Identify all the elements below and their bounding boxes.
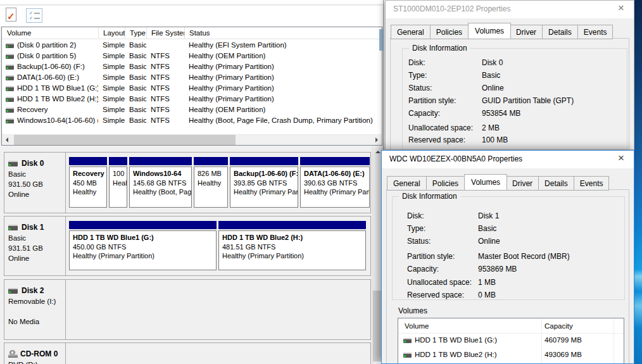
partition-strip-empty[interactable] [66, 343, 370, 364]
table-row[interactable]: (Disk 0 partition 5) Simple Basic NTFS H… [2, 51, 382, 61]
col-header-filesystem[interactable]: File System [146, 27, 184, 39]
window-top-strip [0, 0, 383, 5]
tab-policies[interactable]: Policies [431, 25, 469, 39]
disk2-label[interactable]: Disk 2 Removable (I:) No Media [4, 280, 66, 339]
cell-fs: NTFS [146, 104, 184, 115]
scroll-right-button[interactable] [370, 135, 381, 145]
cdrom0-label[interactable]: CD-ROM 0 DVD (D:) [4, 343, 66, 364]
partition-efi[interactable]: 100 MBHealthy [109, 157, 127, 208]
check-glyph: ✓ [7, 11, 15, 22]
volume-list-panel: Volume Layout Type File System Status (D… [1, 27, 382, 146]
cell-volume: Windows10-64(1-06-60) (C:) [2, 115, 98, 126]
tab-details[interactable]: Details [543, 25, 578, 39]
col-header-volume[interactable]: Volume [2, 27, 98, 39]
partition-oem[interactable]: 826 MBHealthy [194, 157, 228, 208]
dialog-titlebar[interactable]: WDC WD10EZEX-00BN5A0 Properties × [382, 151, 634, 168]
col-header-type[interactable]: Type [125, 27, 146, 39]
disk-row-cdrom0: CD-ROM 0 DVD (D:) [4, 342, 371, 364]
col-header-layout[interactable]: Layout [98, 27, 125, 39]
partition-strip-empty[interactable] [66, 280, 370, 339]
table-row[interactable]: Windows10-64(1-06-60) (C:) Simple Basic … [2, 115, 382, 126]
scrollbar-thumb[interactable] [14, 135, 236, 145]
table-row[interactable]: HDD 1 TB WD Blue1 (G:) Simple Basic NTFS… [2, 83, 382, 94]
drive-icon [6, 86, 14, 91]
cell-status: Healthy (OEM Partition) [184, 51, 382, 61]
tab-events[interactable]: Events [574, 176, 610, 191]
partition-windows[interactable]: Windows10-64145.68 GB NTFSHealthy (Boot,… [129, 157, 192, 208]
table-row[interactable]: HDD 1 TB WD Blue2 (H:) 493069 MB [398, 348, 624, 363]
cell-layout: Simple [98, 94, 125, 104]
field-partition-style: Partition style:Master Boot Record (MBR) [407, 252, 622, 261]
table-row[interactable]: HDD 1 TB WD Blue2 (H:) Simple Basic NTFS… [2, 94, 382, 104]
partition-color-bar [300, 157, 370, 165]
drive-icon [6, 108, 14, 113]
col-header-status[interactable]: Status [184, 27, 382, 39]
toolbar: ✓ ✓ ✓ [0, 6, 383, 27]
tab-general[interactable]: General [387, 176, 427, 191]
drive-icon [6, 65, 14, 70]
table-row[interactable]: HDD 1 TB WD Blue1 (G:) 460799 MB [398, 334, 624, 348]
disk-icon [8, 225, 18, 230]
desktop-wallpaper [633, 0, 642, 364]
partition-data[interactable]: DATA(1-06-60) (E:)390.63 GB NTFSHealthy … [300, 157, 370, 208]
cell-type: Basic [125, 61, 146, 72]
cell-volume: Recovery [2, 104, 98, 115]
disk-size [8, 306, 63, 317]
table-row[interactable]: Backup(1-06-60) (F:) Simple Basic NTFS H… [2, 61, 382, 72]
horizontal-scrollbar[interactable] [2, 134, 382, 145]
table-row[interactable]: (Disk 0 partition 2) Simple Basic Health… [2, 40, 382, 51]
disk-status: Online [8, 253, 63, 263]
dialog-title: WDC WD10EZEX-00BN5A0 Properties [389, 154, 522, 163]
group-title: Disk Information [399, 192, 460, 201]
tab-volumes[interactable]: Volumes [464, 174, 507, 191]
tab-driver[interactable]: Driver [507, 176, 539, 191]
cell-status: Healthy (EFI System Partition) [184, 40, 382, 51]
partition-hdd-blue2[interactable]: HDD 1 TB WD Blue2 (H:)481.51 GB NTFSHeal… [218, 221, 366, 270]
close-icon[interactable]: × [614, 1, 629, 15]
partition-hdd-blue1[interactable]: HDD 1 TB WD Blue1 (G:)450.00 GB NTFSHeal… [69, 221, 217, 270]
dialog-title: ST1000DM010-2EP102 Properties [393, 4, 510, 13]
properties-check-icon[interactable]: ✓ [6, 8, 16, 22]
table-row[interactable]: Recovery Simple Basic NTFS Healthy (OEM … [2, 104, 382, 115]
disk1-label[interactable]: Disk 1 Basic 931.51 GB Online [4, 217, 66, 275]
tab-general[interactable]: General [391, 25, 431, 39]
table-row[interactable]: DATA(1-06-60) (E:) Simple Basic NTFS Hea… [2, 72, 382, 83]
partition-color-bar [218, 221, 366, 229]
tab-details[interactable]: Details [539, 176, 574, 191]
cell-fs: NTFS [146, 61, 184, 72]
tab-driver[interactable]: Driver [510, 25, 543, 39]
drive-icon [403, 353, 412, 358]
volumes-section-label: Volumes [398, 306, 427, 315]
col-header-capacity[interactable]: Capacity [544, 322, 573, 330]
volumes-table-header: Volume Capacity [398, 318, 624, 334]
disk0-label[interactable]: Disk 0 Basic 931.50 GB Online [4, 153, 66, 213]
cell-status: Healthy (Primary Partition) [184, 61, 382, 72]
col-header-volume[interactable]: Volume [405, 322, 429, 330]
field-reserved: Reserved space:0 MB [407, 291, 622, 299]
cell-status: Healthy (Primary Partition) [184, 83, 382, 94]
tab-strip: GeneralPoliciesVolumesDriverDetailsEvent… [387, 175, 609, 190]
tab-policies[interactable]: Policies [427, 176, 465, 191]
tab-volumes[interactable]: Volumes [468, 23, 511, 39]
cell-layout: Simple [98, 40, 125, 51]
properties-dialog-disk1: WDC WD10EZEX-00BN5A0 Properties × Genera… [381, 150, 634, 364]
cell-status: Healthy (Boot, Page File, Crash Dump, Pr… [184, 115, 382, 126]
partition-recovery[interactable]: Recovery450 MBHealthy [69, 157, 107, 208]
close-icon[interactable]: × [614, 151, 629, 165]
dialog-titlebar[interactable]: ST1000DM010-2EP102 Properties × [386, 1, 634, 18]
cell-type: Basic [125, 51, 146, 61]
drive-icon [6, 97, 14, 102]
list-scrollbar-sliver[interactable] [379, 29, 383, 51]
partition-color-bar [230, 157, 298, 165]
drive-icon [6, 118, 14, 123]
tab-events[interactable]: Events [578, 25, 614, 39]
view-list-icon[interactable]: ✓ ✓ [26, 8, 42, 23]
screen: ✓ ✓ ✓ Volume Layout Type File System Sta… [0, 0, 642, 364]
disk-type: Basic [8, 233, 63, 243]
tab-strip: GeneralPoliciesVolumesDriverDetailsEvent… [391, 24, 613, 39]
partition-backup[interactable]: Backup(1-06-60) (F:)393.85 GB NTFSHealth… [230, 157, 298, 208]
disk-row-disk2: Disk 2 Removable (I:) No Media [4, 279, 371, 340]
cdrom-icon [8, 350, 18, 358]
scroll-left-button[interactable] [3, 135, 13, 145]
partition-color-bar [109, 157, 127, 165]
